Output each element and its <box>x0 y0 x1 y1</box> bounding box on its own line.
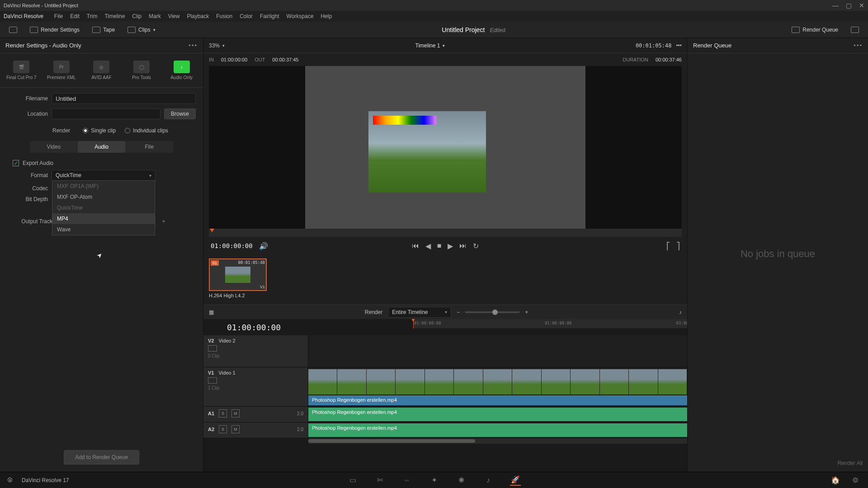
zoom-slider[interactable] <box>465 311 519 313</box>
preset-protools[interactable]: ◯Pro Tools <box>122 57 161 84</box>
mark-in-button[interactable]: ⎡ <box>666 242 670 250</box>
render-settings-button[interactable]: Render Settings <box>26 25 83 35</box>
menu-workspace[interactable]: Workspace <box>287 13 314 19</box>
nav-fusion-icon[interactable]: ✦ <box>429 475 439 486</box>
close-button[interactable]: ✕ <box>859 2 864 9</box>
nav-fairlight-icon[interactable]: ♪ <box>483 475 494 486</box>
zoom-in-button[interactable]: + <box>525 309 528 315</box>
audio-clip-a1[interactable]: Photoshop Regenbogen erstellen.mp4 <box>308 408 687 421</box>
solo-button[interactable]: S <box>219 425 227 433</box>
format-select[interactable]: QuickTime▾ MXF OP1A (IMF) MXF OP-Atom Qu… <box>52 170 156 181</box>
render-settings-title: Render Settings - Audio Only <box>5 42 81 49</box>
mark-out-button[interactable]: ⎤ <box>676 242 680 250</box>
render-scope-select[interactable]: Entire Timeline▾ <box>388 307 451 318</box>
timeline-ruler[interactable]: 01:00:00:00 01:00:08:00 01:00:16:00 <box>413 319 687 329</box>
render-queue-button[interactable]: Render Queue <box>788 25 842 35</box>
radio-individual-clips[interactable]: Individual clips <box>125 127 168 134</box>
video-clip-name: Photoshop Regenbogen erstellen.mp4 <box>308 395 687 405</box>
filename-input[interactable] <box>52 93 196 104</box>
nav-edit-icon[interactable]: ⎓ <box>401 475 412 486</box>
queue-menu-icon[interactable]: ••• <box>854 42 863 49</box>
track-toggle[interactable] <box>208 345 217 352</box>
loop-button[interactable]: ↻ <box>473 242 479 250</box>
project-title: Untitled Project <box>442 26 485 33</box>
viewer-ruler[interactable] <box>209 229 682 237</box>
viewer-menu-icon[interactable]: ••• <box>676 42 682 49</box>
zoom-control[interactable]: 33% ▾ <box>209 42 225 49</box>
tab-audio[interactable]: Audio <box>78 141 126 153</box>
step-back-button[interactable]: ◀ <box>425 242 431 250</box>
export-audio-checkbox[interactable]: Export Audio <box>7 156 196 170</box>
solo-button[interactable]: S <box>219 409 227 418</box>
timeline-toolbar: ▦ Render Entire Timeline▾ − + ♪ <box>203 305 687 319</box>
settings-icon[interactable]: ⚙ <box>850 475 861 486</box>
viewer[interactable] <box>209 66 682 229</box>
mute-button[interactable]: M <box>231 425 240 433</box>
format-option-mxf-op1a[interactable]: MXF OP1A (IMF) <box>52 181 155 192</box>
menu-fusion[interactable]: Fusion <box>216 13 232 19</box>
audio-clip-a2[interactable]: Photoshop Regenbogen erstellen.mp4 <box>308 423 687 437</box>
format-option-wave[interactable]: Wave <box>52 224 155 235</box>
menu-color[interactable]: Color <box>240 13 253 19</box>
out-value: 00:00:37:45 <box>272 57 298 62</box>
add-output-track-button[interactable]: + <box>159 217 168 226</box>
render-all-button[interactable]: Render All <box>838 460 863 466</box>
browse-button[interactable]: Browse <box>164 108 196 119</box>
home-icon[interactable]: 🏠 <box>830 475 841 486</box>
video-clip[interactable] <box>308 369 687 394</box>
play-button[interactable]: ▶ <box>448 242 453 250</box>
menu-bar: DaVinci Resolve File Edit Trim Timeline … <box>0 11 868 22</box>
format-option-mxf-opatom[interactable]: MXF OP-Atom <box>52 192 155 202</box>
audio-meter-icon[interactable]: ♪ <box>679 309 682 315</box>
add-to-render-queue-button[interactable]: Add to Render Queue <box>64 450 139 465</box>
format-label: Format <box>7 172 48 178</box>
menu-mark[interactable]: Mark <box>149 13 161 19</box>
nav-media-icon[interactable]: ▭ <box>347 475 358 486</box>
track-toggle[interactable] <box>208 377 217 384</box>
format-option-quicktime[interactable]: QuickTime <box>52 202 155 213</box>
menu-view[interactable]: View <box>168 13 180 19</box>
volume-icon[interactable]: 🔊 <box>259 242 268 250</box>
version-label: DaVinci Resolve 17 <box>22 477 69 483</box>
zoom-out-button[interactable]: − <box>457 309 460 315</box>
menu-help[interactable]: Help <box>321 13 332 19</box>
timeline-selector[interactable]: Timeline 1 ▾ <box>415 42 445 49</box>
nav-color-icon[interactable]: ✺ <box>456 475 467 486</box>
preset-fcp7[interactable]: 🎬Final Cut Pro 7 <box>2 57 41 84</box>
menu-clip[interactable]: Clip <box>132 13 142 19</box>
panel-menu-icon[interactable]: ••• <box>189 42 198 49</box>
expand-button[interactable] <box>5 25 21 35</box>
maximize-button[interactable]: ▢ <box>846 2 852 9</box>
tape-button[interactable]: Tape <box>89 25 118 35</box>
preset-premiere[interactable]: PrPremiere XML <box>42 57 81 84</box>
nav-deliver-icon[interactable]: 🚀 <box>510 475 521 486</box>
menu-edit[interactable]: Edit <box>70 13 80 19</box>
minimize-button[interactable]: — <box>832 2 839 9</box>
clip-label: H.264 High L4.2 <box>209 293 267 298</box>
nav-cut-icon[interactable]: ✄ <box>374 475 385 486</box>
preset-audio-only[interactable]: ♪Audio Only <box>162 57 201 84</box>
menu-timeline[interactable]: Timeline <box>104 13 125 19</box>
preset-avid[interactable]: ◎AVID AAF <box>82 57 121 84</box>
menu-fairlight[interactable]: Fairlight <box>260 13 279 19</box>
location-input[interactable] <box>52 108 160 119</box>
radio-single-clip[interactable]: Single clip <box>83 127 116 134</box>
clips-button[interactable]: Clips ▾ <box>124 25 159 35</box>
transport-bar: 01:00:00:00 🔊 ⏮ ◀ ■ ▶ ⏭ ↻ ⎡ ⎤ <box>203 237 687 255</box>
mute-button[interactable]: M <box>231 409 240 418</box>
tab-file[interactable]: File <box>125 141 173 153</box>
stop-button[interactable]: ■ <box>437 242 442 250</box>
timeline-scrollbar[interactable] <box>308 438 687 444</box>
menu-playback[interactable]: Playback <box>187 13 209 19</box>
menu-file[interactable]: File <box>54 13 63 19</box>
next-clip-button[interactable]: ⏭ <box>459 242 467 250</box>
expand-right-button[interactable] <box>847 25 863 35</box>
format-option-mp4[interactable]: MP4 <box>52 213 155 224</box>
transport-timecode: 01:00:00:00 <box>211 242 253 249</box>
format-dropdown: MXF OP1A (IMF) MXF OP-Atom QuickTime MP4… <box>52 180 155 235</box>
prev-clip-button[interactable]: ⏮ <box>412 242 419 250</box>
menu-trim[interactable]: Trim <box>87 13 98 19</box>
tab-video[interactable]: Video <box>30 141 78 153</box>
clip-thumbnail[interactable]: 01 00:01:05:48 V1 H.264 High L4.2 <box>209 258 267 298</box>
timeline-view-icon[interactable]: ▦ <box>209 309 214 315</box>
